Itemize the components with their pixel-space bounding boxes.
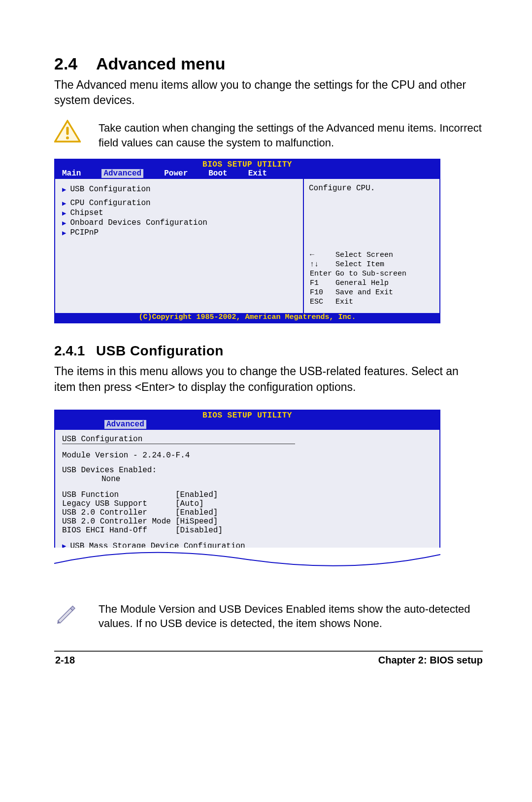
bios-setting-value: [Disabled] — [175, 526, 223, 535]
bios-item: Onboard Devices Configuration — [70, 218, 207, 227]
bios-setting-value: [HiSpeed] — [175, 517, 218, 526]
subsection-title: USB Configuration — [96, 343, 224, 359]
bios-tab-bar: Advanced — [55, 420, 439, 430]
bios-setting-value: [Enabled] — [175, 490, 218, 499]
bios-tab-advanced: Advanced — [104, 420, 146, 429]
bios-devices-label: USB Devices Enabled: — [62, 466, 432, 475]
subsection-paragraph: The items in this menu allows you to cha… — [54, 364, 483, 394]
bios-key-legend: ←Select Screen ↑↓Select Item EnterGo to … — [309, 250, 434, 307]
bios-screenshot-advanced: BIOS SETUP UTILITY Main Advanced Power B… — [54, 159, 440, 323]
triangle-right-icon: ▶ — [62, 219, 66, 227]
bios-devices-value: None — [62, 475, 432, 484]
bios-setting-label: USB 2.0 Controller Mode — [62, 517, 175, 526]
page-footer: 2-18 Chapter 2: BIOS setup — [54, 655, 483, 666]
bios-item: Chipset — [70, 209, 103, 217]
key-desc: Exit — [335, 298, 409, 306]
bios-left-pane: ▶USB Configuration ▶CPU Configuration ▶C… — [55, 179, 304, 313]
bios-title: BIOS SETUP UTILITY — [55, 411, 439, 420]
key-desc: General Help — [335, 279, 409, 287]
key-label: ESC — [310, 298, 332, 306]
page-number: 2-18 — [55, 655, 75, 666]
bios-tab-boot: Boot — [208, 169, 227, 178]
bios-setting-label: USB 2.0 Controller — [62, 508, 175, 517]
bios-item: CPU Configuration — [70, 199, 150, 208]
key-desc: Select Screen — [335, 251, 409, 259]
triangle-right-icon: ▶ — [62, 199, 66, 208]
bios-item: PCIPnP — [70, 228, 99, 237]
bios-module-version: Module Version - 2.24.0-F.4 — [62, 451, 432, 460]
footer-rule — [54, 651, 483, 652]
subsection-heading: 2.4.1 USB Configuration — [54, 343, 483, 359]
bios-tab-exit: Exit — [248, 169, 267, 178]
chapter-label: Chapter 2: BIOS setup — [378, 655, 483, 666]
note-icon — [54, 618, 78, 626]
arrow-left-icon: ← — [310, 251, 332, 259]
key-desc: Go to Sub-screen — [335, 270, 409, 278]
caution-icon — [54, 137, 81, 145]
bios-help-text: Configure CPU. — [309, 184, 434, 193]
key-label: F1 — [310, 279, 332, 287]
svg-point-2 — [66, 137, 69, 139]
note-text: The Module Version and USB Devices Enabl… — [99, 601, 483, 631]
bios-setting-label: USB Function — [62, 490, 175, 499]
caution-callout: Take caution when changing the settings … — [54, 120, 483, 150]
bios-item: USB Configuration — [70, 185, 150, 194]
page-cut-curve — [54, 548, 440, 577]
bios-setting-label: Legacy USB Support — [62, 499, 175, 508]
svg-rect-1 — [66, 127, 68, 135]
section-heading: 2.4 Advanced menu — [54, 54, 483, 73]
bios-screenshot-usb: BIOS SETUP UTILITY Advanced USB Configur… — [54, 410, 440, 577]
bios-setting-value: [Auto] — [175, 499, 204, 508]
section-title: Advanced menu — [96, 54, 226, 73]
bios-copyright: (C)Copyright 1985-2002, American Megatre… — [55, 313, 439, 322]
section-number: 2.4 — [54, 54, 96, 73]
bios-tab-power: Power — [164, 169, 188, 178]
key-desc: Save and Exit — [335, 288, 409, 297]
triangle-right-icon: ▶ — [62, 229, 66, 237]
key-label: F10 — [310, 288, 332, 297]
bios-tab-main: Main — [62, 169, 81, 178]
key-desc: Select Item — [335, 260, 409, 269]
bios-tab-bar: Main Advanced Power Boot Exit — [55, 169, 439, 179]
subsection-number: 2.4.1 — [54, 343, 96, 359]
bios-title: BIOS SETUP UTILITY — [55, 160, 439, 169]
key-label: Enter — [310, 270, 332, 278]
triangle-right-icon: ▶ — [62, 185, 66, 194]
bios-tab-advanced: Advanced — [101, 169, 143, 178]
bios-setting-value: [Enabled] — [175, 508, 218, 517]
page: 2.4 Advanced menu The Advanced menu item… — [0, 0, 532, 696]
note-callout: The Module Version and USB Devices Enabl… — [54, 601, 483, 631]
bios-panel-heading: USB Configuration — [62, 435, 295, 444]
intro-paragraph: The Advanced menu items allow you to cha… — [54, 77, 483, 108]
triangle-right-icon: ▶ — [62, 209, 66, 217]
arrow-updown-icon: ↑↓ — [310, 260, 332, 269]
caution-text: Take caution when changing the settings … — [99, 120, 483, 150]
bios-setting-label: BIOS EHCI Hand-Off — [62, 526, 175, 535]
bios-right-pane: Configure CPU. ←Select Screen ↑↓Select I… — [304, 179, 439, 313]
